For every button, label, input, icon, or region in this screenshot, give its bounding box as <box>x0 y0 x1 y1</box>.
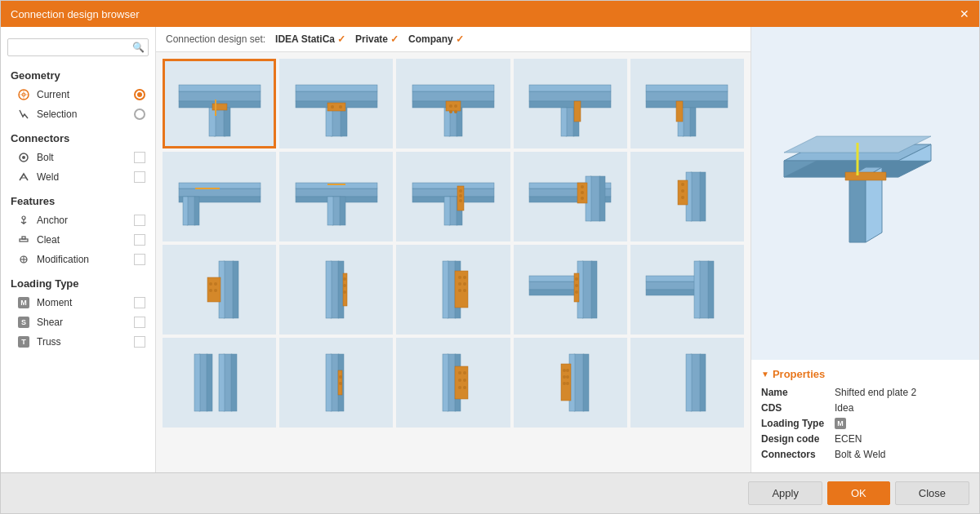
connection-item-9[interactable] <box>630 152 744 241</box>
sidebar-item-weld[interactable]: Weld <box>1 167 155 187</box>
connection-item-3[interactable] <box>514 59 627 148</box>
connection-item-14[interactable] <box>630 245 744 335</box>
connection-item-5[interactable] <box>163 152 276 241</box>
sidebar-item-anchor[interactable]: Anchor <box>1 210 155 230</box>
anchor-checkbox[interactable] <box>134 215 145 226</box>
svg-rect-21 <box>215 100 216 116</box>
connection-item-11[interactable] <box>279 245 393 335</box>
svg-point-148 <box>339 375 342 379</box>
property-value-design-code: ECEN <box>835 433 862 445</box>
moment-checkbox[interactable] <box>134 297 145 308</box>
connection-item-2[interactable] <box>396 59 510 148</box>
svg-point-154 <box>458 371 461 374</box>
svg-rect-171 <box>686 354 692 411</box>
design-set-idea-label: IDEA StatiCa <box>275 33 335 45</box>
svg-rect-92 <box>700 172 706 221</box>
property-row-design-code: Design code ECEN <box>761 433 969 445</box>
connection-item-13[interactable] <box>514 245 627 335</box>
weld-icon <box>17 171 30 184</box>
svg-rect-32 <box>412 85 494 91</box>
svg-rect-22 <box>296 91 377 101</box>
apply-button[interactable]: Apply <box>748 481 822 505</box>
truss-checkbox[interactable] <box>134 336 145 348</box>
design-set-private-label: Private <box>355 33 388 45</box>
sidebar-item-cleat[interactable]: Cleat <box>1 230 155 250</box>
design-set-idea[interactable]: IDEA StatiCa ✓ <box>275 33 345 45</box>
connection-item-4[interactable] <box>630 59 744 148</box>
sidebar-item-bolt[interactable]: Bolt <box>1 148 155 167</box>
shear-badge-icon: S <box>17 316 30 329</box>
current-label: Current <box>37 89 134 100</box>
connection-item-1[interactable] <box>279 59 393 148</box>
loading-type-badge: M <box>835 418 846 429</box>
connection-item-7[interactable] <box>396 152 510 241</box>
cleat-checkbox[interactable] <box>134 234 145 246</box>
svg-point-159 <box>463 386 466 389</box>
svg-point-164 <box>563 369 566 372</box>
bolt-checkbox[interactable] <box>134 152 145 163</box>
svg-point-157 <box>463 379 466 382</box>
svg-point-169 <box>566 382 569 385</box>
property-value-name: Shifted end plate 2 <box>835 387 916 398</box>
property-key-loading-type: Loading Type <box>761 418 835 429</box>
svg-point-130 <box>575 284 578 287</box>
svg-rect-162 <box>583 354 589 411</box>
connection-item-10[interactable] <box>163 245 276 335</box>
connection-item-17[interactable] <box>396 338 510 428</box>
geometry-section-header: Geometry <box>1 64 155 85</box>
connection-item-6[interactable] <box>279 152 393 241</box>
truss-label: Truss <box>37 336 134 348</box>
svg-point-87 <box>581 185 584 188</box>
svg-point-77 <box>459 189 462 193</box>
svg-rect-144 <box>331 354 339 411</box>
sidebar-item-truss[interactable]: T Truss <box>1 332 155 352</box>
sidebar-item-selection[interactable]: Selection <box>1 104 155 124</box>
connection-item-19[interactable] <box>630 338 744 428</box>
ok-button[interactable]: OK <box>827 481 890 505</box>
search-input[interactable] <box>7 38 149 56</box>
svg-point-118 <box>458 282 461 286</box>
connectors-section-header: Connectors <box>1 127 155 148</box>
selection-label: Selection <box>37 109 134 120</box>
svg-rect-48 <box>574 101 581 122</box>
current-radio[interactable] <box>134 89 145 100</box>
svg-rect-28 <box>327 103 345 111</box>
svg-rect-142 <box>219 354 225 411</box>
svg-rect-137 <box>708 261 714 318</box>
svg-rect-56 <box>179 188 261 197</box>
properties-collapse-icon[interactable]: ▼ <box>761 370 769 379</box>
connection-item-18[interactable] <box>514 338 627 428</box>
selection-radio[interactable] <box>134 109 145 120</box>
svg-rect-46 <box>561 108 567 136</box>
svg-point-96 <box>681 196 684 199</box>
connection-item-12[interactable] <box>396 245 510 335</box>
svg-rect-145 <box>326 354 332 411</box>
sidebar: 🔍 Geometry Current Selection Connectors <box>1 27 156 472</box>
modification-checkbox[interactable] <box>134 254 145 265</box>
design-set-bar: Connection design set: IDEA StatiCa ✓ Pr… <box>156 27 751 52</box>
close-window-button[interactable]: ✕ <box>960 7 969 20</box>
close-button[interactable]: Close <box>895 481 969 505</box>
svg-rect-140 <box>207 354 212 411</box>
svg-point-41 <box>454 110 457 113</box>
property-row-loading-type: Loading Type M <box>761 418 969 429</box>
connection-item-8[interactable] <box>514 152 627 241</box>
weld-checkbox[interactable] <box>134 171 145 183</box>
sidebar-item-current[interactable]: Current <box>1 85 155 104</box>
sidebar-item-modification[interactable]: Modification <box>1 250 155 269</box>
connection-item-15[interactable] <box>163 338 276 428</box>
svg-point-38 <box>449 104 452 108</box>
connection-item-16[interactable] <box>279 338 393 428</box>
svg-rect-70 <box>412 188 494 197</box>
svg-rect-59 <box>187 197 195 225</box>
svg-marker-179 <box>849 177 866 242</box>
connection-item-0[interactable] <box>163 59 276 148</box>
svg-point-5 <box>22 156 25 159</box>
property-key-design-code: Design code <box>761 433 835 445</box>
sidebar-item-moment[interactable]: M Moment <box>1 293 155 312</box>
sidebar-item-shear[interactable]: S Shear <box>1 312 155 332</box>
design-set-company[interactable]: Company ✓ <box>408 33 464 45</box>
design-set-private[interactable]: Private ✓ <box>355 33 399 45</box>
svg-rect-42 <box>529 91 611 101</box>
shear-checkbox[interactable] <box>134 317 145 328</box>
